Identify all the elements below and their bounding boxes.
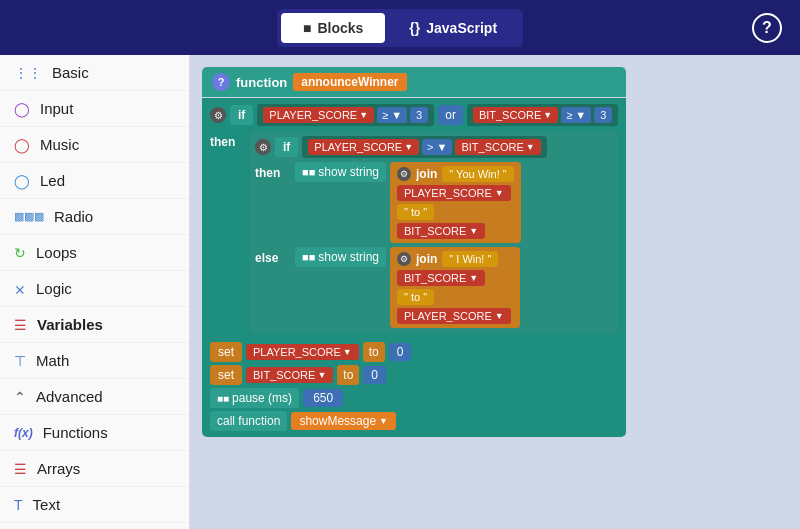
advanced-icon: ⌃	[14, 389, 26, 405]
app-root: ■ Blocks {} JavaScript ? ⋮⋮ Basic ◯ Inpu…	[0, 0, 800, 529]
val-3-right[interactable]: 3	[594, 107, 612, 123]
call-kw: call function	[210, 411, 287, 431]
main-area: ⋮⋮ Basic ◯ Input ◯ Music ◯ Led ▩▩▩ Radio…	[0, 55, 800, 529]
inner-then-label: then	[255, 162, 290, 180]
to-str-then: " to "	[397, 204, 434, 220]
sidebar-item-label: Advanced	[36, 388, 103, 405]
tab-group: ■ Blocks {} JavaScript	[277, 9, 523, 47]
show-string-then: ■■ show string ⚙ join " You Win! "	[295, 162, 521, 243]
if-keyword: if	[230, 105, 253, 125]
gte-op-right[interactable]: ≥ ▼	[561, 107, 591, 123]
i-win-str: " I Win! "	[442, 251, 498, 267]
sidebar-item-label: Text	[33, 496, 61, 513]
inner-if-keyword: if	[275, 137, 298, 157]
help-label: ?	[762, 19, 772, 37]
call-fn-arrow: ▼	[379, 416, 388, 426]
sidebar-item-label: Music	[40, 136, 79, 153]
inner-if-row: ⚙ if PLAYER_SCORE ▼ > ▼ BIT_SCORE ▼	[255, 136, 613, 158]
sidebar: ⋮⋮ Basic ◯ Input ◯ Music ◯ Led ▩▩▩ Radio…	[0, 55, 190, 529]
val-3-left[interactable]: 3	[410, 107, 428, 123]
function-header: ? function announceWinner	[202, 67, 626, 97]
basic-icon: ⋮⋮	[14, 65, 42, 81]
sidebar-item-math[interactable]: ⊤ Math	[0, 343, 189, 379]
show-string-then-kw: ■■ show string	[295, 162, 386, 182]
sidebar-item-advanced[interactable]: ⌃ Advanced	[0, 379, 189, 415]
sidebar-item-label: Math	[36, 352, 69, 369]
sidebar-item-loops[interactable]: ↻ Loops	[0, 235, 189, 271]
sidebar-item-logic[interactable]: ⨯ Logic	[0, 271, 189, 307]
inner-then-section: then ■■ show string	[255, 162, 613, 243]
sidebar-item-input[interactable]: ◯ Input	[0, 91, 189, 127]
question-icon: ?	[212, 73, 230, 91]
sidebar-item-label: Logic	[36, 280, 72, 297]
bit-score-set-2[interactable]: BIT_SCORE ▼	[246, 367, 333, 383]
sidebar-item-variables[interactable]: ☰ Variables	[0, 307, 189, 343]
ps-var-inner[interactable]: PLAYER_SCORE ▼	[308, 139, 419, 155]
sidebar-item-text[interactable]: T Text	[0, 487, 189, 523]
or-operator: or	[438, 105, 463, 125]
gt-op-inner[interactable]: > ▼	[422, 139, 452, 155]
bs-var-inner[interactable]: BIT_SCORE ▼	[455, 139, 540, 155]
set-kw-1: set	[210, 342, 242, 362]
hash-icon-else: ■■	[302, 251, 315, 263]
bottom-blocks: set PLAYER_SCORE ▼ to 0 set BIT_SCORE ▼ …	[210, 342, 618, 431]
player-score-var-left[interactable]: PLAYER_SCORE ▼	[263, 107, 374, 123]
top-bar: ■ Blocks {} JavaScript ?	[0, 0, 800, 55]
gear-join-else: ⚙	[397, 252, 411, 266]
led-icon: ◯	[14, 173, 30, 189]
inner-else-label: else	[255, 247, 290, 265]
sidebar-item-functions[interactable]: f(x) Functions	[0, 415, 189, 451]
bit-score-join-else[interactable]: BIT_SCORE ▼	[397, 270, 485, 286]
javascript-tab[interactable]: {} JavaScript	[387, 13, 519, 43]
bit-score-join-then[interactable]: BIT_SCORE ▼	[397, 223, 485, 239]
sidebar-item-music[interactable]: ◯ Music	[0, 127, 189, 163]
condition-left: PLAYER_SCORE ▼ ≥ ▼ 3	[257, 104, 434, 126]
bit-score-var-right[interactable]: BIT_SCORE ▼	[473, 107, 558, 123]
arrays-icon: ☰	[14, 461, 27, 477]
pause-row: ■■ pause (ms) 650	[210, 388, 618, 408]
you-win-str: " You Win! "	[442, 166, 513, 182]
sidebar-item-label: Functions	[43, 424, 108, 441]
gte-op-left[interactable]: ≥ ▼	[377, 107, 407, 123]
show-string-else-kw: ■■ show string	[295, 247, 386, 267]
join-header-else: ⚙ join " I Win! "	[397, 251, 513, 267]
block-canvas: ? function announceWinner ⚙ if	[202, 67, 800, 527]
sidebar-item-radio[interactable]: ▩▩▩ Radio	[0, 199, 189, 235]
text-icon: T	[14, 497, 23, 513]
blocks-icon: ■	[303, 20, 311, 36]
join-container-then: ⚙ join " You Win! " PLAYER_SCORE ▼ " to …	[390, 162, 521, 243]
condition-right: BIT_SCORE ▼ ≥ ▼ 3	[467, 104, 618, 126]
pause-val[interactable]: 650	[303, 389, 343, 407]
javascript-tab-label: JavaScript	[426, 20, 497, 36]
js-icon: {}	[409, 20, 420, 36]
sidebar-item-label: Radio	[54, 208, 93, 225]
help-button[interactable]: ?	[752, 13, 782, 43]
function-keyword: function	[236, 75, 287, 90]
to-kw-1: to	[363, 342, 385, 362]
val-0-set-1[interactable]: 0	[389, 343, 412, 361]
call-row: call function showMessage ▼	[210, 411, 618, 431]
input-icon: ◯	[14, 101, 30, 117]
set-kw-2: set	[210, 365, 242, 385]
player-score-join-else[interactable]: PLAYER_SCORE ▼	[397, 308, 511, 324]
sidebar-item-led[interactable]: ◯ Led	[0, 163, 189, 199]
inner-condition: PLAYER_SCORE ▼ > ▼ BIT_SCORE ▼	[302, 136, 546, 158]
show-string-else: ■■ show string ⚙ join " I Win! "	[295, 247, 520, 328]
outer-container: ⚙ if PLAYER_SCORE ▼ ≥ ▼ 3 or BIT_	[202, 98, 626, 437]
sidebar-item-label: Variables	[37, 316, 103, 333]
functions-icon: f(x)	[14, 426, 33, 440]
player-score-join-then[interactable]: PLAYER_SCORE ▼	[397, 185, 511, 201]
set-player-score-row: set PLAYER_SCORE ▼ to 0	[210, 342, 618, 362]
hash-icon-then: ■■	[302, 166, 315, 178]
player-score-set-1[interactable]: PLAYER_SCORE ▼	[246, 344, 359, 360]
then-section: then ⚙ if PLAYER_SCORE ▼ > ▼	[210, 131, 618, 333]
val-0-set-2[interactable]: 0	[363, 366, 386, 384]
sidebar-item-arrays[interactable]: ☰ Arrays	[0, 451, 189, 487]
loops-icon: ↻	[14, 245, 26, 261]
pause-hash-icon: ■■	[217, 393, 229, 404]
sidebar-item-basic[interactable]: ⋮⋮ Basic	[0, 55, 189, 91]
to-kw-2: to	[337, 365, 359, 385]
gear-icon-inner: ⚙	[255, 139, 271, 155]
call-fn-name[interactable]: showMessage ▼	[291, 412, 396, 430]
blocks-tab[interactable]: ■ Blocks	[281, 13, 385, 43]
